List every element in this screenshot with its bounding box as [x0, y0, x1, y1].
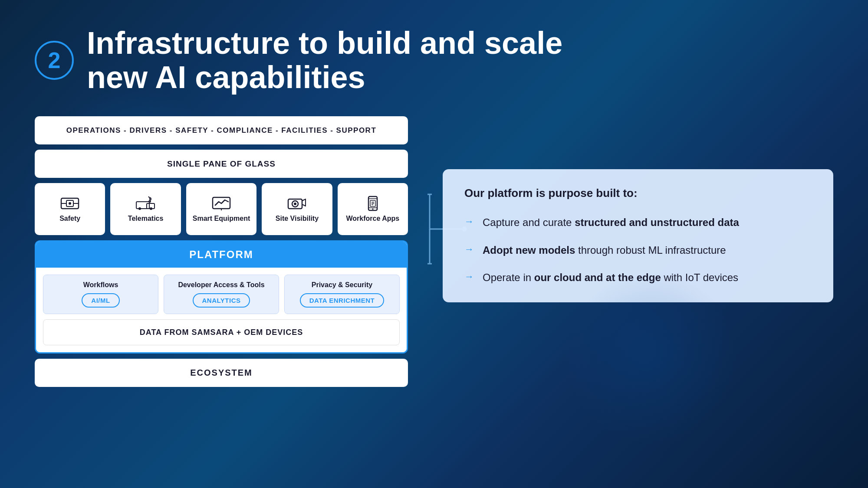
smart-equipment-icon [211, 196, 232, 211]
platform-section: PLATFORM Workflows AI/ML Developer Acces… [35, 240, 408, 354]
bullet-list: → Capture and curate structured and unst… [464, 215, 812, 285]
svg-point-2 [69, 202, 71, 205]
svg-rect-5 [136, 202, 149, 209]
app-card-smart-equipment: Smart Equipment [186, 183, 256, 235]
app-card-workforce-apps: Workforce Apps [338, 183, 408, 235]
apps-row: Safety Telematics [35, 183, 408, 235]
slide-title: Infrastructure to build and scale new AI… [87, 26, 562, 95]
bullet-text-1: Capture and curate structured and unstru… [483, 215, 739, 230]
arrow-icon-1: → [464, 216, 474, 227]
aiml-badge: AI/ML [82, 293, 119, 308]
arrow-icon-3: → [464, 271, 474, 282]
platform-col-developer: Developer Access & Tools ANALYTICS [164, 275, 279, 314]
svg-point-24 [372, 209, 373, 210]
workforce-apps-icon [362, 196, 383, 211]
app-card-site-visibility: Site Visibility [262, 183, 332, 235]
svg-point-7 [138, 207, 141, 210]
svg-point-9 [149, 201, 151, 203]
bullet-text-3: Operate in our cloud and at the edge wit… [483, 270, 738, 285]
data-devices-bar: DATA FROM SAMSARA + OEM DEVICES [43, 319, 400, 345]
safety-label: Safety [59, 215, 80, 223]
platform-body: Workflows AI/ML Developer Access & Tools… [36, 268, 407, 352]
header: 2 Infrastructure to build and scale new … [35, 26, 833, 95]
step-badge: 2 [35, 41, 74, 80]
site-visibility-label: Site Visibility [276, 215, 319, 223]
data-enrichment-badge: DATA ENRICHMENT [300, 293, 385, 308]
slide-container: 2 Infrastructure to build and scale new … [0, 0, 868, 488]
developer-title: Developer Access & Tools [178, 281, 264, 289]
platform-cols: Workflows AI/ML Developer Access & Tools… [43, 275, 400, 314]
site-visibility-icon [286, 196, 307, 211]
bullet-item-2: → Adopt new models through robust ML inf… [464, 243, 812, 258]
single-pane-bar: SINGLE PANE OF GLASS [35, 150, 408, 178]
ops-bar: OPERATIONS - DRIVERS - SAFETY - COMPLIAN… [35, 116, 408, 144]
workflows-title: Workflows [83, 281, 118, 289]
info-panel: Our platform is purpose built to: → Capt… [443, 169, 833, 302]
bullet-item-1: → Capture and curate structured and unst… [464, 215, 812, 230]
ecosystem-bar: ECOSYSTEM [35, 359, 408, 387]
safety-icon [59, 196, 80, 211]
workforce-apps-label: Workforce Apps [346, 215, 399, 223]
platform-col-workflows: Workflows AI/ML [43, 275, 158, 314]
smart-equipment-label: Smart Equipment [193, 215, 250, 223]
arrow-icon-2: → [464, 244, 474, 255]
info-panel-title: Our platform is purpose built to: [464, 187, 812, 200]
svg-point-8 [150, 207, 152, 210]
svg-point-15 [294, 203, 296, 205]
app-card-telematics: Telematics [110, 183, 181, 235]
app-card-safety: Safety [35, 183, 105, 235]
bullet-text-2: Adopt new models through robust ML infra… [483, 243, 726, 258]
telematics-icon [135, 196, 156, 211]
diagram: OPERATIONS - DRIVERS - SAFETY - COMPLIAN… [35, 116, 408, 462]
platform-col-privacy: Privacy & Security DATA ENRICHMENT [284, 275, 400, 314]
telematics-label: Telematics [128, 215, 164, 223]
main-content: OPERATIONS - DRIVERS - SAFETY - COMPLIAN… [35, 116, 833, 462]
privacy-title: Privacy & Security [312, 281, 373, 289]
analytics-badge: ANALYTICS [193, 293, 250, 308]
bullet-item-3: → Operate in our cloud and at the edge w… [464, 270, 812, 285]
platform-header: PLATFORM [36, 242, 407, 268]
